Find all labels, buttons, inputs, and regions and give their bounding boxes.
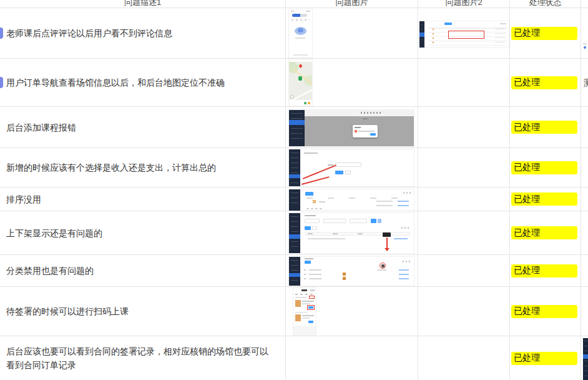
- issue-description: 老师课后点评评论以后用户看不到评论信息: [6, 26, 172, 40]
- edge-cell[interactable]: [581, 336, 588, 380]
- issue-image-cell[interactable]: [286, 8, 418, 59]
- status-badge[interactable]: 已处理: [511, 226, 577, 239]
- issue-description-cell[interactable]: 上下架显示还是有问题的: [0, 211, 286, 255]
- status-badge[interactable]: 已处理: [511, 161, 577, 174]
- edge-cell[interactable]: [581, 107, 588, 148]
- issue-description-cell[interactable]: 待签署的时候可以进行扫码上课: [0, 287, 286, 336]
- status-cell[interactable]: 已处理: [510, 336, 581, 380]
- issue-description-cell[interactable]: 用户订单导航查看场馆信息以后，和后台地图定位不准确: [0, 59, 286, 107]
- issue-image2-cell[interactable]: [418, 188, 510, 211]
- row-thumbnail-decor: [343, 277, 346, 280]
- sidebar-decor: [289, 189, 300, 211]
- row-num-decor: [304, 274, 306, 275]
- edge-cell[interactable]: [581, 148, 588, 188]
- admin-error-modal-screenshot-thumbnail[interactable]: [289, 110, 414, 146]
- admin-sidebar-screenshot-fragment[interactable]: [583, 338, 588, 380]
- sidebar-active-item-decor: [583, 354, 588, 359]
- status-cell[interactable]: 已处理: [510, 148, 581, 188]
- admin-category-screenshot-thumbnail[interactable]: [289, 257, 414, 286]
- status-cell[interactable]: 已处理: [510, 211, 581, 255]
- issue-description-cell[interactable]: 后台添加课程报错: [0, 107, 286, 148]
- issue-image-cell[interactable]: [286, 188, 418, 211]
- product-thumbnail-decor: [295, 300, 301, 307]
- issue-description-cell[interactable]: 排序没用: [0, 188, 286, 211]
- admin-comment-list-screenshot-thumbnail[interactable]: [419, 21, 509, 48]
- issue-image-cell[interactable]: [286, 287, 418, 336]
- column-header-status[interactable]: 处理状态: [510, 0, 581, 8]
- filter-input-decor: [323, 219, 346, 223]
- status-badge[interactable]: 已处理: [511, 76, 577, 89]
- issue-image-cell[interactable]: [286, 336, 418, 380]
- caption-decor: [295, 38, 305, 39]
- status-cell[interactable]: 已处理: [510, 107, 581, 148]
- edge-cell[interactable]: [581, 8, 588, 59]
- page-title-decor: [305, 258, 313, 259]
- admin-form-screenshot-thumbnail[interactable]: [289, 149, 414, 186]
- status-badge[interactable]: 已处理: [511, 352, 577, 365]
- issue-description-cell[interactable]: 分类禁用也是有问题的: [0, 255, 286, 287]
- dialog-title-decor: [355, 127, 361, 128]
- table-tools-decor: [403, 261, 410, 262]
- issue-image-cell[interactable]: [286, 59, 418, 107]
- status-badge[interactable]: 已处理: [511, 27, 577, 40]
- issue-description-cell[interactable]: 新增的时候应该有个选择是收入还是支出，计算出总的: [0, 148, 286, 188]
- issue-image-cell[interactable]: [286, 211, 418, 255]
- issue-image2-cell[interactable]: [418, 336, 510, 380]
- admin-tooltip-screenshot-thumbnail[interactable]: [289, 213, 414, 253]
- edge-cell[interactable]: 测: [581, 59, 588, 107]
- column-header-image2[interactable]: 问题图片2: [418, 0, 510, 8]
- status-cell[interactable]: 已处理: [510, 188, 581, 211]
- column-header-edge[interactable]: [581, 0, 588, 8]
- status-badge[interactable]: 已处理: [511, 305, 577, 318]
- comment-marker: [0, 77, 3, 88]
- column-header-image[interactable]: 问题图片: [286, 0, 418, 8]
- product-thumbnail-decor: [295, 314, 301, 321]
- red-annotation-box: [307, 305, 315, 310]
- mobile-app-screenshot-thumbnail[interactable]: [289, 9, 312, 58]
- edge-cell[interactable]: [581, 255, 588, 287]
- issue-image-cell[interactable]: [286, 148, 418, 188]
- issue-image2-cell[interactable]: [418, 287, 510, 336]
- sidebar-items-decor: [291, 260, 298, 282]
- row-link-decor: [394, 238, 408, 239]
- status-badge[interactable]: 已处理: [511, 264, 577, 278]
- issue-image2-cell[interactable]: [418, 211, 510, 255]
- issue-description-cell[interactable]: 后台应该也要可以看到合同的签署记录，相对应核销的场馆也要可以看到合同订单记录: [0, 336, 286, 380]
- row-thumbnail-decor: [343, 272, 346, 276]
- issue-image2-cell[interactable]: [418, 255, 510, 287]
- status-badge[interactable]: 已处理: [511, 192, 577, 206]
- issue-description: 后台应该也要可以看到合同的签署记录，相对应核销的场馆也要可以看到合同订单记录: [6, 344, 277, 372]
- status-badge[interactable]: 已处理: [511, 121, 577, 134]
- issue-image2-cell[interactable]: [418, 59, 510, 107]
- sidebar-active-item-decor: [289, 273, 300, 277]
- tab-row-decor: [292, 19, 310, 21]
- toolbar-decor: [305, 110, 414, 116]
- item-text-decor: [302, 303, 310, 304]
- edge-cell[interactable]: [581, 287, 588, 336]
- status-cell[interactable]: 已处理: [510, 8, 581, 59]
- issue-image-cell[interactable]: [286, 107, 418, 148]
- issue-description-cell[interactable]: 老师课后点评评论以后用户看不到评论信息: [0, 8, 286, 59]
- table-header-decor: [306, 198, 410, 199]
- orange-dot-icon: [308, 102, 310, 104]
- mobile-map-screenshot-thumbnail[interactable]: [289, 59, 312, 106]
- issue-image-cell[interactable]: [286, 255, 418, 287]
- tooltip-decor: [383, 232, 391, 237]
- map-topbar-decor: [289, 59, 312, 62]
- status-cell[interactable]: 已处理: [510, 59, 581, 107]
- mobile-contract-screenshot-thumbnail[interactable]: [293, 288, 316, 336]
- column-header-description[interactable]: 问题描述1: [0, 0, 286, 8]
- row-link-decor: [399, 278, 409, 279]
- add-button-decor: [305, 192, 313, 196]
- column-header-label: 问题图片2: [445, 0, 482, 8]
- edge-cell[interactable]: [581, 188, 588, 211]
- filter-input-decor: [305, 219, 320, 223]
- admin-table-screenshot-thumbnail[interactable]: [289, 189, 414, 211]
- issue-image2-cell[interactable]: [418, 107, 510, 148]
- edge-cell[interactable]: [581, 211, 588, 255]
- status-cell[interactable]: 已处理: [510, 255, 581, 287]
- row-text-decor: [378, 269, 386, 271]
- status-cell[interactable]: 已处理: [510, 287, 581, 336]
- issue-image2-cell[interactable]: [418, 8, 510, 59]
- issue-image2-cell[interactable]: [418, 148, 510, 188]
